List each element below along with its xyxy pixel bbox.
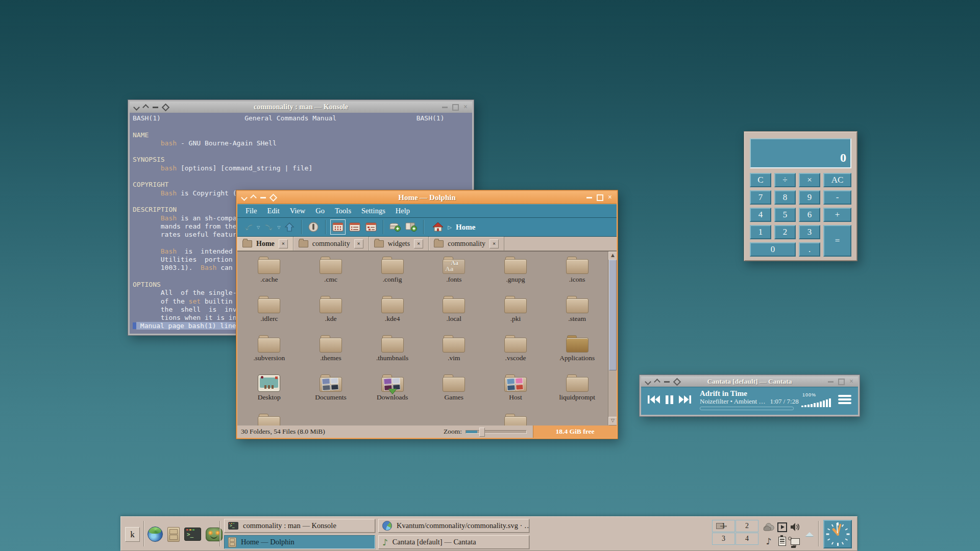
file-item[interactable]: Applications (546, 332, 608, 371)
dolphin-tab[interactable]: widgets× (369, 237, 429, 251)
calc-key-3[interactable]: 3 (799, 225, 820, 239)
zoom-slider-handle[interactable] (479, 428, 485, 437)
file-item[interactable]: Host (485, 371, 547, 411)
calc-key-5[interactable]: 5 (774, 208, 796, 222)
calc-key-0[interactable]: 0 (750, 242, 796, 257)
window-menu-icon[interactable] (270, 193, 278, 202)
dolphin-tab[interactable]: commonality× (429, 237, 504, 251)
calc-key-×[interactable]: × (799, 173, 820, 187)
clipboard-icon[interactable] (778, 537, 786, 546)
scrollbar-thumb[interactable] (609, 260, 617, 370)
minimize-icon[interactable] (153, 107, 158, 108)
desktop-wallpaper[interactable]: commonality : man — Konsole × BASH(1) Ge… (0, 0, 980, 551)
file-item[interactable]: .themes (300, 332, 362, 371)
file-item[interactable]: .kde (300, 293, 362, 332)
calc-key-4[interactable]: 4 (750, 208, 771, 222)
details-view-button[interactable] (364, 220, 378, 234)
file-item[interactable]: .kde4 (361, 293, 423, 332)
weather-icon[interactable] (763, 523, 774, 531)
tab-close-button[interactable]: × (279, 239, 288, 248)
compact-view-button[interactable] (348, 220, 362, 234)
volume-icon[interactable] (790, 522, 800, 532)
dolphin-titlebar[interactable]: Home — Dolphin × (237, 191, 617, 204)
calc-key-9[interactable]: 9 (799, 190, 820, 205)
dolphin-tab[interactable]: Home× (237, 237, 293, 251)
maximize-icon[interactable] (838, 379, 845, 385)
music-note-icon[interactable]: ♪ (766, 537, 772, 546)
file-item[interactable]: .local (423, 293, 485, 332)
next-track-icon[interactable] (679, 395, 691, 404)
previous-track-icon[interactable] (648, 395, 660, 404)
file-item[interactable] (238, 411, 300, 425)
file-item[interactable]: .icons (546, 254, 608, 293)
maximize-icon[interactable] (452, 104, 459, 111)
up-button[interactable] (282, 220, 297, 234)
pause-icon[interactable] (666, 395, 673, 404)
taskbar-button[interactable]: Kvantum/commonality/commonality.svg · … (378, 519, 529, 533)
menu-settings[interactable]: Settings (356, 207, 390, 215)
file-item[interactable]: .idlerc (238, 293, 300, 332)
calc-key-.[interactable]: . (799, 242, 820, 257)
file-item[interactable]: .cmc (300, 254, 362, 293)
scroll-up-button[interactable]: ▲ (608, 252, 617, 260)
tab-close-button[interactable]: × (354, 239, 363, 248)
shade-icon[interactable] (241, 194, 248, 201)
minimize-icon[interactable] (442, 107, 448, 108)
file-item[interactable]: .vim (423, 332, 485, 371)
file-item[interactable]: liquidprompt (546, 371, 608, 411)
file-item[interactable]: Documents (300, 371, 362, 411)
file-item[interactable]: .cache (238, 254, 300, 293)
calc-key-6[interactable]: 6 (799, 208, 820, 222)
file-item[interactable]: .pki (485, 293, 547, 332)
forward-dropdown-icon[interactable]: ▽ (277, 225, 280, 230)
dolphin-folder-view[interactable]: .cache.cmc.configAaAa.fonts.gnupg.icons.… (237, 251, 617, 425)
media-play-icon[interactable] (777, 522, 787, 532)
calc-key-AC[interactable]: AC (823, 173, 851, 187)
dolphin-tab[interactable]: commonality× (293, 237, 369, 251)
shade-icon[interactable] (645, 379, 651, 385)
volume-bars[interactable] (801, 398, 831, 407)
file-item[interactable]: Games (423, 371, 485, 411)
file-item[interactable]: .vscode (485, 332, 547, 371)
menu-edit[interactable]: Edit (262, 207, 285, 215)
menu-file[interactable]: File (240, 207, 262, 215)
minimize-icon[interactable] (828, 381, 834, 383)
close-icon[interactable]: × (849, 378, 853, 385)
file-item[interactable]: .config (361, 254, 423, 293)
analog-clock[interactable] (823, 520, 852, 548)
menu-tools[interactable]: Tools (330, 207, 356, 215)
window-menu-icon[interactable] (673, 378, 681, 386)
file-item[interactable]: Desktop (238, 371, 300, 411)
pager-desktop-4[interactable]: 4 (736, 533, 758, 545)
calc-key-=[interactable]: = (823, 225, 851, 257)
tray-expand-icon[interactable] (805, 532, 814, 536)
close-icon[interactable]: × (463, 104, 468, 111)
calc-key-7[interactable]: 7 (750, 190, 771, 205)
calc-key-C[interactable]: C (750, 173, 771, 187)
file-item[interactable]: .steam (546, 293, 608, 332)
calc-key--[interactable]: - (823, 190, 851, 205)
back-dropdown-icon[interactable]: ▽ (257, 225, 260, 230)
maximize-icon[interactable] (597, 194, 603, 201)
menu-help[interactable]: Help (390, 207, 415, 215)
calc-key-÷[interactable]: ÷ (774, 173, 796, 187)
volume-control[interactable]: 100% (801, 392, 831, 407)
konsole-titlebar[interactable]: commonality : man — Konsole × (130, 102, 472, 113)
menu-go[interactable]: Go (310, 207, 330, 215)
minimize-icon[interactable] (260, 197, 266, 198)
display-settings-icon[interactable] (791, 538, 800, 545)
unshade-icon[interactable] (142, 104, 149, 111)
cantata-titlebar[interactable]: Cantata [default] — Cantata × (641, 377, 858, 387)
file-item[interactable] (485, 411, 547, 425)
calc-key-8[interactable]: 8 (774, 190, 796, 205)
home-icon[interactable] (432, 222, 444, 232)
menu-view[interactable]: View (285, 207, 311, 215)
tab-close-button[interactable]: × (489, 239, 499, 248)
split-view-button[interactable] (388, 220, 402, 234)
zoom-slider[interactable] (465, 430, 527, 434)
window-menu-icon[interactable] (162, 103, 170, 111)
menu-icon[interactable] (838, 393, 851, 406)
unshade-icon[interactable] (250, 194, 257, 201)
scrollbar[interactable]: ▲ ▽ (608, 252, 617, 425)
shade-icon[interactable] (133, 104, 140, 111)
